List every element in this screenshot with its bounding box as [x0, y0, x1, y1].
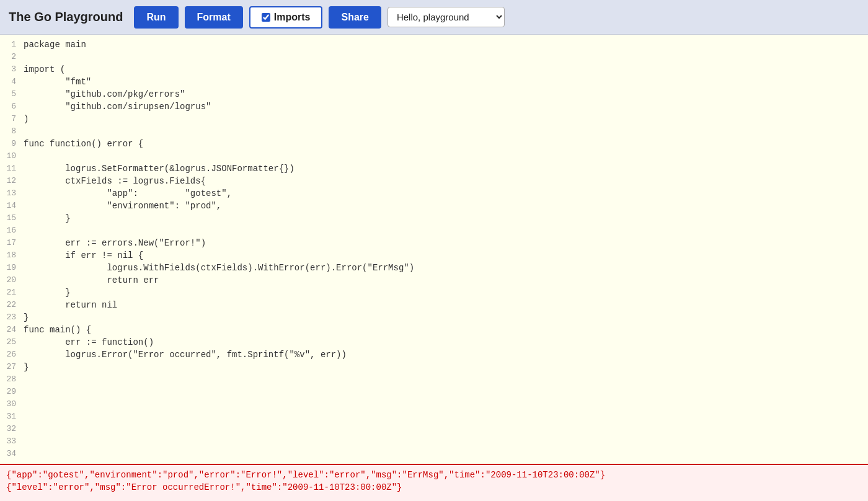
code-line: 20 return err: [0, 274, 868, 286]
line-number: 4: [0, 76, 24, 88]
code-editor[interactable]: 1package main23import (4 "fmt"5 "github.…: [0, 35, 868, 464]
code-line: 1package main: [0, 38, 868, 51]
code-line: 24func main() {: [0, 324, 868, 336]
share-button[interactable]: Share: [329, 6, 381, 29]
line-number: 14: [0, 200, 24, 212]
line-number: 17: [0, 237, 24, 249]
code-line: 28: [0, 373, 868, 386]
line-number: 18: [0, 249, 24, 262]
code-line: 2: [0, 51, 868, 63]
imports-button[interactable]: Imports: [249, 6, 323, 29]
line-content: err := errors.New("Error!"): [24, 237, 868, 249]
code-line: 33: [0, 435, 868, 448]
line-number: 9: [0, 138, 24, 150]
line-content: ): [24, 113, 868, 125]
run-button[interactable]: Run: [134, 6, 178, 29]
code-line: 5 "github.com/pkg/errors": [0, 88, 868, 100]
line-number: 16: [0, 224, 24, 237]
code-line: 34: [0, 448, 868, 460]
line-content: logrus.WithFields(ctxFields).WithError(e…: [24, 262, 868, 274]
line-number: 33: [0, 435, 24, 448]
line-content: if err != nil {: [24, 249, 868, 262]
line-number: 10: [0, 150, 24, 162]
line-content: "environment": "prod",: [24, 200, 868, 212]
code-line: 29: [0, 386, 868, 398]
line-content: "github.com/sirupsen/logrus": [24, 100, 868, 113]
code-line: 9func function() error {: [0, 138, 868, 150]
line-number: 12: [0, 175, 24, 187]
line-content: package main: [24, 38, 868, 51]
line-number: 3: [0, 63, 24, 76]
code-line: 3import (: [0, 63, 868, 76]
line-content: }: [24, 212, 868, 224]
output-line: {"app":"gotest","environment":"prod","er…: [6, 469, 862, 481]
line-number: 20: [0, 274, 24, 286]
code-line: 30: [0, 398, 868, 410]
format-button[interactable]: Format: [185, 6, 243, 29]
line-number: 13: [0, 187, 24, 200]
line-content: }: [24, 311, 868, 324]
code-line: 26 logrus.Error("Error occurred", fmt.Sp…: [0, 348, 868, 361]
main-content: 1package main23import (4 "fmt"5 "github.…: [0, 35, 868, 501]
code-line: 31: [0, 410, 868, 423]
code-line: 25 err := function(): [0, 336, 868, 348]
code-line: 21 }: [0, 286, 868, 299]
code-line: 23}: [0, 311, 868, 324]
line-content: }: [24, 361, 868, 373]
line-number: 2: [0, 51, 24, 63]
line-content: func function() error {: [24, 138, 868, 150]
code-line: 18 if err != nil {: [0, 249, 868, 262]
line-number: 8: [0, 125, 24, 138]
line-content: logrus.SetFormatter(&logrus.JSONFormatte…: [24, 162, 868, 175]
line-number: 32: [0, 423, 24, 435]
code-line: 32: [0, 423, 868, 435]
line-number: 30: [0, 398, 24, 410]
code-line: 16: [0, 224, 868, 237]
line-number: 27: [0, 361, 24, 373]
code-line: 15 }: [0, 212, 868, 224]
line-number: 24: [0, 324, 24, 336]
line-number: 29: [0, 386, 24, 398]
code-line: 14 "environment": "prod",: [0, 200, 868, 212]
line-number: 22: [0, 299, 24, 311]
line-content: "app": "gotest",: [24, 187, 868, 200]
line-content: "github.com/pkg/errors": [24, 88, 868, 100]
line-number: 25: [0, 336, 24, 348]
line-content: err := function(): [24, 336, 868, 348]
app-title: The Go Playground: [9, 10, 123, 24]
output-line: {"level":"error","msg":"Error occurredEr…: [6, 481, 862, 494]
line-number: 26: [0, 348, 24, 361]
code-line: 19 logrus.WithFields(ctxFields).WithErro…: [0, 262, 868, 274]
code-line: 11 logrus.SetFormatter(&logrus.JSONForma…: [0, 162, 868, 175]
line-content: "fmt": [24, 76, 868, 88]
code-line: 12 ctxFields := logrus.Fields{: [0, 175, 868, 187]
code-line: 4 "fmt": [0, 76, 868, 88]
line-number: 5: [0, 88, 24, 100]
output-panel: {"app":"gotest","environment":"prod","er…: [0, 464, 868, 501]
line-number: 19: [0, 262, 24, 274]
code-line: 7): [0, 113, 868, 125]
code-line: 17 err := errors.New("Error!"): [0, 237, 868, 249]
line-number: 23: [0, 311, 24, 324]
line-content: }: [24, 286, 868, 299]
line-content: func main() {: [24, 324, 868, 336]
imports-checkbox[interactable]: [262, 13, 270, 22]
line-number: 6: [0, 100, 24, 113]
line-number: 34: [0, 448, 24, 460]
line-content: return nil: [24, 299, 868, 311]
line-number: 28: [0, 373, 24, 386]
line-number: 31: [0, 410, 24, 423]
line-content: import (: [24, 63, 868, 76]
code-line: 22 return nil: [0, 299, 868, 311]
code-line: 6 "github.com/sirupsen/logrus": [0, 100, 868, 113]
examples-select[interactable]: Hello, playgroundFibonacci ClosureConcur…: [388, 7, 505, 27]
line-content: logrus.Error("Error occurred", fmt.Sprin…: [24, 348, 868, 361]
imports-label: Imports: [274, 12, 311, 23]
line-number: 15: [0, 212, 24, 224]
code-line: 10: [0, 150, 868, 162]
line-number: 1: [0, 38, 24, 51]
line-number: 21: [0, 286, 24, 299]
line-number: 7: [0, 113, 24, 125]
code-line: 13 "app": "gotest",: [0, 187, 868, 200]
header: The Go Playground Run Format Imports Sha…: [0, 0, 868, 35]
